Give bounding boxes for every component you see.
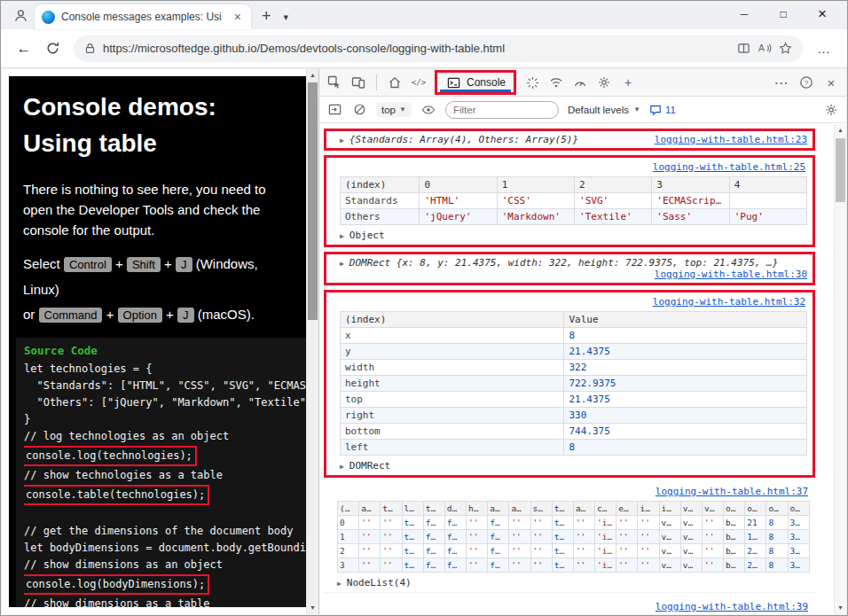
table-header-cell[interactable]: t… [381, 502, 402, 516]
tab-console[interactable]: Console [435, 70, 516, 95]
table-header-cell[interactable]: 3 [652, 177, 729, 193]
scroll-down-icon[interactable]: ▼ [835, 602, 846, 614]
console-toolbar: top ▼ Default levels ▼ 11 [319, 97, 846, 123]
live-expression-eye-icon[interactable] [420, 102, 436, 118]
table-header-cell[interactable]: o… [745, 502, 766, 516]
table-header-cell[interactable]: a… [509, 502, 530, 516]
table-header-cell[interactable]: l… [402, 502, 423, 516]
read-aloud-icon[interactable]: A [758, 42, 772, 55]
tab-close-icon[interactable]: × [232, 10, 244, 24]
browser-tab[interactable]: Console messages examples: Usi × [35, 4, 251, 29]
table-header-cell[interactable]: o… [788, 502, 809, 516]
address-bar[interactable]: https://microsoftedge.github.io/Demos/de… [74, 35, 803, 62]
disclosure-triangle-icon[interactable]: ▶ [337, 580, 342, 588]
back-button[interactable]: ← [10, 35, 38, 63]
scroll-down-icon[interactable]: ▼ [307, 602, 318, 614]
table-header-cell[interactable]: a… [359, 502, 381, 516]
table-header-cell[interactable]: o… [724, 502, 745, 516]
help-icon[interactable]: ? [798, 74, 814, 90]
table-header-cell[interactable]: t… [552, 502, 573, 516]
tab-menu-chevron-icon[interactable]: ▾ [284, 12, 289, 23]
refresh-button[interactable] [38, 35, 67, 63]
table-header-cell[interactable]: 0 [420, 177, 497, 193]
table-header-cell[interactable]: Value [564, 312, 807, 328]
source-link[interactable]: logging-with-table.html:37 [656, 486, 808, 497]
highlighted-code-line: console.log(technologies); [24, 446, 197, 466]
table-cell: t… [402, 516, 423, 530]
source-link[interactable]: logging-with-table.html:32 [653, 296, 805, 308]
source-link[interactable]: logging-with-table.html:25 [653, 161, 805, 173]
table-header-cell[interactable]: (… [338, 502, 359, 516]
profile-button[interactable] [6, 3, 35, 27]
kbd-j: J [177, 308, 194, 323]
table-header-cell[interactable]: h… [467, 502, 488, 516]
issues-burst-icon[interactable] [524, 74, 540, 90]
table-header-cell[interactable]: 2 [575, 177, 652, 193]
console-settings-gear-icon[interactable] [823, 102, 839, 118]
table-cell: 3 [338, 558, 359, 573]
table-cell: '' [530, 558, 552, 573]
minimize-button[interactable]: ─ [725, 1, 764, 27]
table-cell: '' [359, 544, 381, 558]
filter-input[interactable] [445, 101, 559, 119]
table-header-cell[interactable]: a… [573, 502, 594, 516]
browser-menu-ellipsis-icon[interactable]: … [810, 41, 838, 56]
clear-console-icon[interactable] [351, 102, 367, 118]
disclosure-triangle-icon[interactable]: ▶ [340, 260, 344, 268]
more-tools-plus-icon[interactable]: + [620, 74, 636, 90]
table-header-cell[interactable]: v… [702, 502, 723, 516]
table-header-cell[interactable]: (index) [341, 312, 564, 328]
page-title-line2: Using table [23, 125, 292, 161]
source-link[interactable]: logging-with-table.html:39 [656, 601, 808, 612]
welcome-home-icon[interactable] [387, 74, 403, 90]
console-sidebar-icon[interactable] [326, 102, 342, 118]
table-header-cell[interactable]: c… [595, 502, 616, 516]
table-header-cell[interactable]: s… [530, 502, 552, 516]
disclosure-triangle-icon[interactable]: ▶ [340, 232, 344, 240]
table-cell: '' [616, 530, 638, 544]
new-tab-button[interactable]: + [262, 7, 271, 26]
source-link[interactable]: logging-with-table.html:23 [655, 134, 807, 145]
table-header-cell[interactable]: (index) [341, 177, 420, 193]
split-screen-icon[interactable] [737, 42, 750, 55]
shortcut-text: or [23, 307, 35, 322]
network-wifi-icon[interactable] [548, 74, 564, 90]
table-header-cell[interactable]: v… [680, 502, 702, 516]
scroll-up-icon[interactable]: ▲ [835, 124, 846, 136]
context-selector-dropdown[interactable]: top ▼ [376, 103, 412, 117]
table-header-cell[interactable]: o… [766, 502, 788, 516]
devtools-more-options-icon[interactable]: ⋯ [773, 74, 789, 90]
close-button[interactable]: × [803, 1, 842, 27]
console-scrollbar[interactable]: ▲ ▼ [834, 124, 846, 614]
messages-count-badge[interactable]: 11 [649, 104, 676, 116]
table-cell: x [341, 328, 564, 344]
page-scrollbar-thumb[interactable] [308, 82, 318, 320]
disclosure-triangle-icon[interactable]: ▶ [340, 136, 344, 144]
table-header-cell[interactable]: e… [616, 502, 638, 516]
console-scrollbar-thumb[interactable] [836, 138, 845, 202]
inspect-icon[interactable] [326, 74, 342, 90]
table-header-cell[interactable]: i… [659, 502, 680, 516]
close-devtools-icon[interactable]: × [823, 74, 839, 90]
table-cell: 2… [745, 558, 766, 573]
source-link[interactable]: logging-with-table.html:30 [655, 269, 807, 280]
log-levels-dropdown[interactable]: Default levels ▼ [568, 105, 640, 115]
table-header-cell[interactable]: 4 [729, 177, 806, 193]
settings-gear-icon[interactable] [596, 74, 612, 90]
scroll-up-icon[interactable]: ▲ [307, 69, 318, 82]
disclosure-triangle-icon[interactable]: ▶ [340, 463, 344, 471]
code-line: let technologies = { [24, 361, 306, 378]
table-cell: 'Pug' [729, 209, 806, 225]
elements-code-icon[interactable]: </> [411, 74, 427, 90]
favorites-star-icon[interactable] [779, 42, 792, 55]
plus-sign: + [164, 256, 172, 271]
maximize-button[interactable]: □ [764, 1, 803, 27]
table-header-cell[interactable]: d… [444, 502, 466, 516]
table-header-cell[interactable]: a… [488, 502, 509, 516]
page-scrollbar[interactable]: ▲ ▼ [306, 69, 318, 614]
table-header-cell[interactable]: t… [423, 502, 444, 516]
performance-gauge-icon[interactable] [572, 74, 588, 90]
table-header-cell[interactable]: i… [638, 502, 659, 516]
device-emulation-icon[interactable] [350, 74, 366, 90]
table-header-cell[interactable]: 1 [497, 177, 574, 193]
